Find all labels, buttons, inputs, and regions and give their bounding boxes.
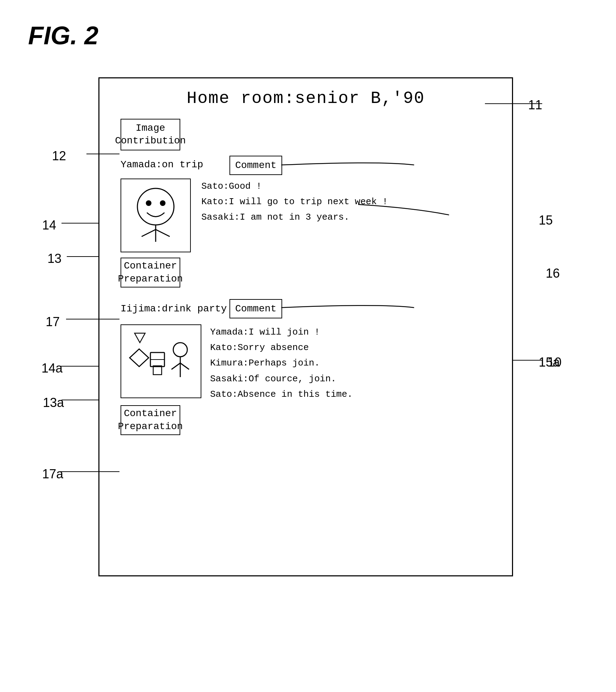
container-preparation-button-2[interactable]: Container Preparation — [121, 405, 180, 435]
ref-14: 14 — [42, 218, 56, 233]
comment2-line-4: Sasaki:Of cource, join. — [210, 371, 353, 387]
ref-16: 16 — [546, 266, 560, 281]
post1-label: Yamada:on trip — [121, 159, 203, 170]
ref-11: 11 — [528, 98, 542, 112]
svg-point-0 — [137, 188, 174, 225]
main-box: Home room:senior B,'90 Image Contributio… — [98, 77, 513, 576]
svg-point-1 — [146, 200, 151, 206]
comments-text-2: Yamada:I will join ! Kato:Sorry absence … — [210, 324, 353, 402]
comment-button-2[interactable]: Comment — [229, 299, 282, 318]
smiley-svg — [128, 184, 184, 247]
svg-line-5 — [156, 229, 170, 237]
svg-line-11 — [171, 363, 180, 369]
svg-point-9 — [173, 343, 187, 357]
comment2-line-5: Sato:Absence in this time. — [210, 387, 353, 402]
svg-rect-14 — [153, 366, 162, 375]
comment-line-1: Sato:Good ! — [201, 179, 388, 194]
ref-15a: 15a — [539, 355, 560, 370]
comment2-line-2: Kato:Sorry absence — [210, 340, 353, 355]
image-contribution-button[interactable]: Image Contribution — [121, 119, 180, 150]
party-svg — [126, 328, 196, 395]
figure-title: FIG. 2 — [28, 21, 98, 50]
comment2-line-1: Yamada:I will join ! — [210, 324, 353, 340]
comments-text-1: Sato:Good ! Kato:I will go to trip next … — [201, 179, 388, 225]
ref-15: 15 — [539, 213, 553, 228]
smiley-image-box — [121, 179, 191, 252]
ref-13a: 13a — [43, 395, 64, 410]
svg-marker-6 — [130, 349, 149, 367]
svg-marker-13 — [135, 333, 145, 343]
party-image-box — [121, 324, 201, 398]
comment-line-3: Sasaki:I am not in 3 years. — [201, 209, 388, 225]
comment2-line-3: Kimura:Perhaps join. — [210, 355, 353, 371]
comment-line-2: Kato:I will go to trip next week ! — [201, 194, 388, 209]
post2-label: Iijima:drink party — [121, 303, 227, 314]
home-room-title: Home room:senior B,'90 — [99, 89, 512, 108]
ref-12: 12 — [52, 149, 66, 163]
ref-13: 13 — [47, 251, 61, 266]
comment-button-1[interactable]: Comment — [229, 156, 282, 175]
svg-line-12 — [180, 363, 189, 369]
ref-14a: 14a — [41, 361, 63, 376]
svg-point-2 — [160, 200, 166, 206]
ref-17a: 17a — [42, 467, 63, 481]
ref-17: 17 — [46, 315, 60, 329]
container-preparation-button-1[interactable]: Container Preparation — [121, 258, 180, 287]
svg-line-4 — [142, 229, 156, 237]
